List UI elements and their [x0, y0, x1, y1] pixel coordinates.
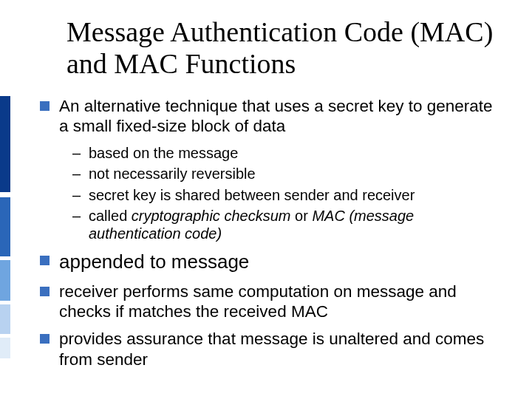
bullet-text: provides assurance that message is unalt… — [59, 330, 484, 368]
sub-list: based on the message not necessarily rev… — [59, 144, 502, 243]
bullet-item: An alternative technique that uses a sec… — [37, 96, 502, 243]
deco-band — [0, 260, 10, 301]
bullet-list: An alternative technique that uses a sec… — [37, 96, 502, 377]
sub-text: called — [89, 208, 132, 224]
bullet-text: receiver performs same computation on me… — [59, 282, 457, 321]
bullet-item: receiver performs same computation on me… — [37, 282, 502, 322]
bullet-item: provides assurance that message is unalt… — [37, 329, 502, 369]
sub-item: secret key is shared between sender and … — [72, 186, 502, 204]
sub-item: not necessarily reversible — [72, 165, 502, 183]
slide: Message Authentication Code (MAC) and MA… — [0, 0, 532, 399]
left-decoration — [0, 0, 16, 399]
deco-band — [0, 197, 10, 256]
sub-item: based on the message — [72, 144, 502, 162]
slide-title: Message Authentication Code (MAC) and MA… — [66, 16, 495, 79]
deco-band — [0, 304, 10, 334]
bullet-text: appended to message — [59, 250, 249, 273]
bullet-text: An alternative technique that uses a sec… — [59, 97, 493, 135]
bullet-item: appended to message — [37, 250, 502, 274]
deco-band — [0, 338, 10, 358]
sub-text: or — [290, 208, 312, 224]
sub-text-italic: cryptographic checksum — [132, 208, 291, 224]
deco-band — [0, 96, 10, 192]
sub-item: called cryptographic checksum or MAC (me… — [72, 207, 502, 243]
